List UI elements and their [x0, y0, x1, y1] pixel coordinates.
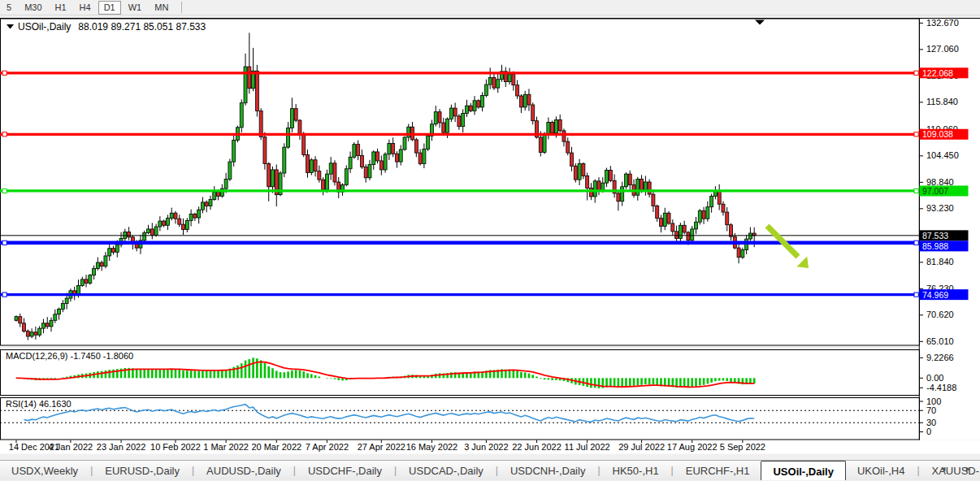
bear-candle — [255, 71, 258, 110]
bull-candle — [147, 229, 150, 233]
bull-candle — [554, 120, 557, 133]
bull-candle — [543, 135, 546, 152]
price-badge-label: 85.988 — [922, 241, 948, 251]
hline-handle[interactable] — [2, 188, 7, 193]
date-label: 1 Mar 2022 — [203, 442, 249, 452]
bull-candle — [407, 127, 410, 137]
bull-candle — [663, 213, 666, 226]
date-label: 27 Apr 2022 — [358, 442, 405, 452]
tab-usdx-weekly[interactable]: USDX,Weekly — [0, 461, 89, 480]
bear-candle — [150, 229, 154, 236]
macd-axis-label: -4.4188 — [926, 383, 956, 392]
bull-candle — [399, 150, 402, 162]
price-badge-label: 74.969 — [922, 290, 948, 300]
bull-candle — [54, 314, 57, 321]
axis-tick-label: 115.840 — [926, 97, 958, 106]
bull-candle — [368, 165, 371, 178]
price-badge-label: 122.068 — [922, 68, 953, 78]
timeframe-button-m30[interactable]: M30 — [19, 1, 47, 15]
bull-candle — [578, 163, 581, 180]
bear-candle — [469, 106, 472, 110]
bear-candle — [492, 77, 496, 88]
hline-handle[interactable] — [914, 240, 918, 245]
bull-candle — [508, 74, 511, 81]
timeframe-button-mn[interactable]: MN — [149, 1, 174, 15]
bear-candle — [379, 161, 383, 170]
bear-candle — [562, 131, 566, 141]
bull-candle — [605, 171, 609, 184]
tab-eurchf-h1[interactable]: EURCHF-,H1 — [674, 461, 761, 480]
bear-candle — [217, 192, 220, 196]
tab-hk50-h1[interactable]: HK50-,H1 — [601, 461, 670, 480]
hline-handle[interactable] — [914, 188, 918, 193]
chart-tabs: USDX,Weekly|EURUSD-,Daily|AUDUSD-,Daily|… — [0, 460, 980, 480]
chart-symbol-label: USOil-,Daily — [18, 21, 71, 32]
bull-candle — [185, 220, 189, 229]
date-label: 16 May 2022 — [406, 442, 458, 452]
hline-handle[interactable] — [914, 292, 918, 297]
tab-audusd-daily[interactable]: AUDUSD-,Daily — [195, 461, 293, 480]
tab-eurusd-daily[interactable]: EURUSD-,Daily — [93, 461, 191, 480]
bull-candle — [403, 137, 406, 150]
bear-candle — [360, 156, 363, 167]
bear-candle — [100, 262, 103, 266]
hline-handle[interactable] — [2, 292, 7, 297]
bear-candle — [675, 232, 679, 239]
hline-handle[interactable] — [2, 240, 7, 245]
tab-usdcnh-daily[interactable]: USDCNH-,Daily — [499, 461, 596, 480]
bull-candle — [345, 169, 348, 185]
bull-candle — [115, 245, 119, 252]
tab-usdchf-daily[interactable]: USDCHF-,Daily — [297, 461, 393, 480]
date-label: 11 Jul 2022 — [565, 442, 610, 452]
timeframe-button-5[interactable]: 5 — [1, 1, 17, 15]
bull-candle — [30, 332, 33, 336]
bear-candle — [531, 105, 535, 121]
bear-candle — [640, 180, 644, 190]
bear-candle — [722, 204, 725, 212]
timeframe-button-h1[interactable]: H1 — [50, 1, 72, 15]
macd-axis-label: 9.2266 — [926, 353, 954, 362]
bear-candle — [442, 123, 445, 132]
axis-tick-label: 104.450 — [926, 150, 959, 160]
bear-candle — [737, 248, 740, 258]
bear-candle — [457, 116, 461, 127]
tab-scroll-right-icon[interactable]: ► — [965, 465, 972, 473]
bear-candle — [23, 323, 26, 332]
hline-handle[interactable] — [914, 132, 918, 136]
bull-candle — [748, 233, 752, 239]
bear-candle — [702, 210, 705, 219]
macd-label: MACD(12,26,9) -1.7450 -1.8060 — [6, 351, 133, 361]
date-axis: 14 Dec 20214 Jan 202223 Jan 202210 Feb 2… — [9, 440, 765, 453]
bear-candle — [671, 223, 674, 232]
tab-scroll-left-icon[interactable]: ◄ — [939, 465, 947, 473]
tab-usdcad-daily[interactable]: USDCAD-,Daily — [397, 461, 495, 480]
bear-candle — [34, 332, 37, 335]
bear-candle — [302, 135, 306, 154]
bull-candle — [50, 320, 53, 327]
bear-candle — [182, 224, 185, 229]
bull-candle — [271, 170, 274, 187]
bear-candle — [527, 94, 531, 105]
axis-tick-label: 93.230 — [926, 203, 954, 213]
bull-candle — [462, 113, 465, 126]
hline-handle[interactable] — [2, 132, 7, 136]
date-label: 20 Mar 2022 — [251, 442, 301, 452]
hline-handle[interactable] — [2, 71, 7, 75]
macd-panel — [1, 350, 920, 396]
bear-candle — [318, 171, 321, 180]
mt4-terminal: { "toolbar": { "timeframes": [ {"label":… — [0, 0, 980, 481]
timeframe-button-h4[interactable]: H4 — [74, 1, 97, 15]
tab-ukoil-h4[interactable]: UKOil-,H4 — [846, 461, 917, 480]
hline-handle[interactable] — [914, 71, 918, 75]
chart-title: USOil-,Daily88.019 89.271 85.051 87.533 — [18, 21, 206, 32]
bull-candle — [283, 147, 286, 173]
timeframe-button-w1[interactable]: W1 — [123, 1, 148, 15]
bull-candle — [76, 285, 80, 293]
timeframe-button-d1[interactable]: D1 — [98, 1, 121, 15]
bull-candle — [15, 317, 18, 321]
bear-candle — [306, 154, 310, 172]
bull-candle — [329, 163, 332, 174]
bull-candle — [679, 225, 682, 238]
tab-usoil-daily[interactable]: USOil-,Daily — [761, 461, 845, 480]
bull-candle — [65, 298, 68, 303]
